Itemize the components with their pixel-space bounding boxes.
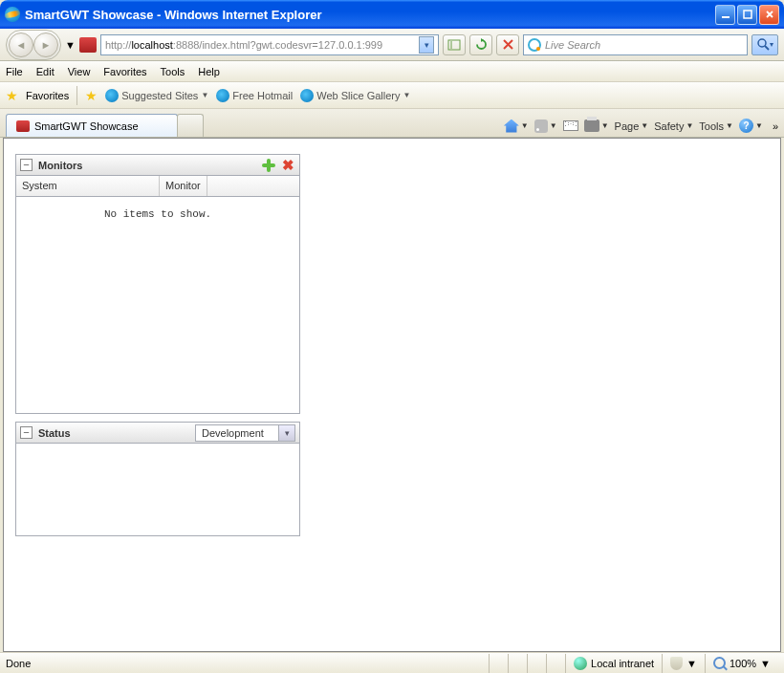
url-prefix: http://	[105, 39, 132, 51]
svg-point-3	[758, 39, 766, 47]
compat-view-button[interactable]	[443, 34, 466, 55]
minimize-button[interactable]	[715, 5, 735, 25]
svg-rect-2	[448, 40, 460, 50]
svg-rect-0	[722, 16, 730, 18]
grid-empty-message: No items to show.	[16, 197, 299, 231]
help-icon: ?	[739, 119, 753, 133]
site-icon	[79, 37, 97, 53]
webslice-label: Web Slice Gallery	[316, 90, 400, 101]
refresh-button[interactable]	[469, 34, 492, 55]
chevron-more-icon[interactable]: »	[773, 120, 778, 132]
menu-tools[interactable]: Tools	[161, 66, 185, 77]
suggested-label: Suggested Sites	[121, 90, 198, 101]
monitors-grid-header: System Monitor	[16, 176, 299, 197]
tab-favicon	[16, 120, 30, 132]
feeds-button[interactable]: ▼	[534, 119, 557, 133]
command-bar: ▼ ▼ ▼ Page▼ Safety▼ Tools▼ ?▼ »	[504, 119, 778, 137]
status-title: Status	[38, 427, 71, 439]
maximize-button[interactable]	[737, 5, 757, 25]
favorites-button[interactable]: Favorites	[26, 90, 69, 101]
chevron-down-icon: ▼	[686, 658, 697, 669]
tab-bar: SmartGWT Showcase ▼ ▼ ▼ Page▼ Safety▼ To…	[0, 109, 784, 138]
zoom-control[interactable]: 100% ▼	[705, 654, 778, 673]
ie-small-icon	[300, 89, 314, 102]
mail-icon	[563, 120, 578, 131]
web-slice-link[interactable]: Web Slice Gallery ▼	[300, 89, 410, 102]
favorites-bar: ★ Favorites ★ Suggested Sites ▼ Free Hot…	[0, 82, 784, 109]
home-button[interactable]: ▼	[504, 119, 529, 133]
zoom-level: 100%	[730, 658, 756, 669]
status-header: − Status Development ▾	[16, 423, 299, 444]
forward-button[interactable]: ►	[33, 33, 58, 57]
page-content: − Monitors ✖ System Monitor No items to …	[3, 138, 781, 652]
stop-button[interactable]	[496, 34, 519, 55]
hotmail-label: Free Hotmail	[232, 90, 293, 101]
status-text: Done	[6, 658, 31, 669]
address-dropdown-icon[interactable]: ▾	[419, 36, 434, 54]
status-cell	[508, 654, 527, 673]
shield-icon	[670, 657, 683, 670]
ie-small-icon	[105, 89, 119, 102]
menu-view[interactable]: View	[68, 66, 91, 77]
chevron-down-icon: ▼	[201, 91, 208, 99]
window-titlebar: SmartGWT Showcase - Windows Internet Exp…	[0, 0, 784, 29]
add-favorite-star-icon[interactable]: ★	[85, 88, 98, 103]
nav-history-dropdown[interactable]: ▼	[65, 39, 76, 51]
add-icon[interactable]	[261, 158, 276, 173]
browser-tab[interactable]: SmartGWT Showcase	[6, 114, 178, 137]
monitors-header: − Monitors ✖	[16, 155, 299, 176]
free-hotmail-link[interactable]: Free Hotmail	[216, 89, 293, 102]
print-button[interactable]: ▼	[584, 119, 609, 132]
nav-toolbar: ◄ ► ▼ http://localhost:8888/index.html?g…	[0, 29, 784, 61]
browser-status-bar: Done Local intranet ▼ 100% ▼	[0, 652, 784, 673]
menu-edit[interactable]: Edit	[36, 66, 54, 77]
bing-icon	[528, 38, 541, 52]
window-title: SmartGWT Showcase - Windows Internet Exp…	[25, 8, 715, 22]
status-cell	[527, 654, 546, 673]
monitors-panel: − Monitors ✖ System Monitor No items to …	[15, 154, 300, 414]
svg-rect-1	[744, 11, 751, 18]
status-panel: − Status Development ▾	[15, 422, 300, 536]
col-system[interactable]: System	[16, 176, 160, 196]
search-input[interactable]: Live Search	[523, 34, 748, 55]
protected-mode[interactable]: ▼	[662, 654, 705, 673]
chevron-down-icon: ▼	[760, 658, 771, 669]
suggested-sites-link[interactable]: Suggested Sites ▼	[105, 89, 208, 102]
read-mail-button[interactable]	[563, 120, 578, 131]
tools-menu[interactable]: Tools▼	[699, 120, 733, 132]
monitors-title: Monitors	[38, 160, 82, 171]
separator	[76, 86, 77, 105]
menu-favorites[interactable]: Favorites	[103, 66, 146, 77]
back-button[interactable]: ◄	[9, 33, 33, 57]
ie-small-icon	[216, 89, 229, 102]
collapse-button[interactable]: −	[20, 426, 33, 439]
status-selected-value: Development	[196, 427, 278, 439]
favorite-star-icon: ★	[6, 88, 18, 103]
rss-icon	[534, 119, 548, 133]
col-monitor[interactable]: Monitor	[160, 176, 207, 196]
help-button[interactable]: ?▼	[739, 119, 763, 133]
home-icon	[504, 119, 519, 133]
chevron-down-icon[interactable]: ▾	[278, 425, 294, 441]
security-zone[interactable]: Local intranet	[565, 654, 662, 673]
menu-help[interactable]: Help	[198, 66, 220, 77]
nav-back-forward-group: ◄ ►	[6, 30, 61, 60]
menu-file[interactable]: File	[6, 66, 23, 77]
globe-icon	[574, 657, 587, 670]
zoom-icon	[713, 657, 726, 669]
status-select[interactable]: Development ▾	[195, 424, 295, 442]
delete-icon[interactable]: ✖	[280, 158, 295, 173]
search-button[interactable]: ▾	[751, 34, 778, 55]
close-button[interactable]	[759, 5, 779, 25]
address-bar[interactable]: http://localhost:8888/index.html?gwt.cod…	[100, 34, 439, 55]
safety-menu[interactable]: Safety▼	[654, 120, 693, 132]
print-icon	[584, 119, 599, 132]
status-cell	[546, 654, 565, 673]
page-menu[interactable]: Page▼	[615, 120, 649, 132]
collapse-button[interactable]: −	[20, 159, 33, 171]
status-cell	[489, 654, 508, 673]
tab-label: SmartGWT Showcase	[34, 120, 139, 132]
url-host: localhost	[131, 39, 172, 51]
new-tab-button[interactable]	[177, 114, 204, 137]
search-placeholder: Live Search	[545, 39, 600, 51]
